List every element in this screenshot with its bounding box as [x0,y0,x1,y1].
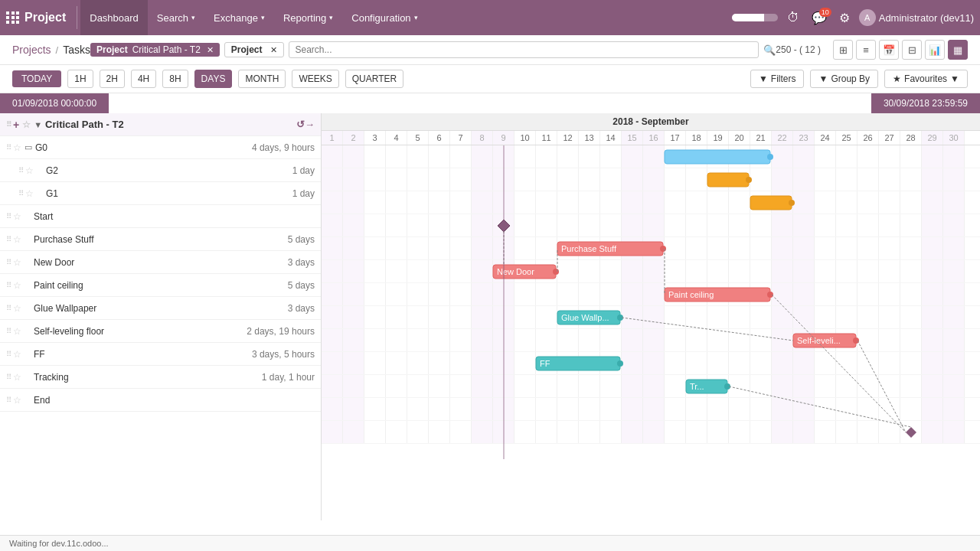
drag-handle-icon[interactable]: ⠿ [18,166,24,174]
star-icon[interactable]: ☆ [13,142,21,153]
star-icon[interactable]: ☆ [13,234,21,245]
star-icon[interactable]: ☆ [13,372,21,383]
gantt-row-3 [322,214,980,237]
gantt-cell-r2-d14 [600,191,622,214]
gantt-cell-r6-d27 [879,283,900,305]
favourites-dropdown[interactable]: ★ Favourites ▼ [884,70,968,88]
filters-dropdown[interactable]: ▼ Filters [750,70,805,88]
search-submit-icon[interactable]: 🔍 [763,44,776,56]
period-weeks[interactable]: WEEKS [292,70,338,88]
gantt-row-7 [322,306,980,329]
menu-dashboard[interactable]: Dashboard [80,0,148,35]
gantt-cell-r2-d24 [815,191,836,214]
drag-handle-icon[interactable]: ⠿ [6,373,11,381]
period-1h[interactable]: 1H [67,70,93,88]
menu-exchange[interactable]: Exchange ▾ [204,0,274,35]
star-icon[interactable]: ☆ [13,211,21,222]
gantt-cell-r0-d26 [858,145,879,168]
drag-handle-icon[interactable]: ⠿ [6,281,11,289]
gantt-cell-r6-d12 [557,283,579,305]
today-button[interactable]: TODAY [12,70,61,87]
task-name-new-door: New Door [34,257,288,268]
drag-handle-icon[interactable]: ⠿ [6,235,11,243]
task-group-header: ⠿ + ☆ ▼ Critical Path - T2 ↺ → [0,113,321,136]
gantt-view-btn[interactable]: ▦ [948,40,968,60]
star-icon[interactable]: ☆ [13,257,21,268]
gantt-row-2 [322,191,980,214]
gantt-cell-r7-d16 [643,306,665,328]
menu-reporting[interactable]: Reporting ▾ [274,0,342,35]
gantt-cell-r8-d9 [493,329,514,351]
expand-group-icon[interactable]: ▼ [34,120,42,129]
gantt-cell-r10-d26 [858,375,879,397]
star-icon[interactable]: ☆ [13,280,21,291]
gantt-cell-r8-d6 [429,329,450,351]
refresh-icon[interactable]: ↺ [296,119,305,130]
task-row-ff: ⠿ ☆ FF 3 days, 5 hours [0,343,321,366]
gantt-cell-r0-d24 [815,145,836,168]
star-icon[interactable]: ☆ [22,119,31,130]
period-2h[interactable]: 2H [100,70,125,88]
gantt-cell-r4-d22 [772,237,793,259]
kanban-view-btn[interactable]: ⊞ [833,40,853,60]
menu-configuration[interactable]: Configuration ▾ [342,0,426,35]
drag-handle-icon[interactable]: ⠿ [6,304,11,312]
clock-icon-btn[interactable]: ⏱ [784,11,802,24]
list-view-btn[interactable]: ≡ [856,40,876,60]
drag-handle-icon[interactable]: ⠿ [6,120,11,129]
gantt-cell-r6-d9 [493,283,514,305]
drag-handle-icon[interactable]: ⠿ [6,212,11,220]
remove-filter-project[interactable]: ✕ [270,45,277,55]
gantt-cell-r7-d5 [407,306,429,328]
star-icon[interactable]: ☆ [13,349,21,360]
star-icon[interactable]: ☆ [13,303,21,314]
breadcrumb-parent-link[interactable]: Projects [12,44,51,56]
period-month[interactable]: MONTH [238,70,286,88]
gantt-day-13: 13 [579,131,600,145]
gantt-cell-r4-d17 [665,237,686,259]
open-arrow-icon[interactable]: → [305,119,315,130]
app-logo[interactable]: Project [6,11,66,24]
drag-handle-icon[interactable]: ⠿ [6,143,11,152]
menu-search[interactable]: Search ▾ [148,0,204,35]
star-icon[interactable]: ☆ [13,326,21,337]
chart-view-btn[interactable]: 📊 [925,40,945,60]
task-duration-purchase-stuff: 5 days [288,234,315,245]
settings-icon-btn[interactable]: ⚙ [836,11,853,25]
gantt-cell-r3-d13 [579,214,600,236]
period-quarter[interactable]: QUARTER [345,70,403,88]
drag-handle-icon[interactable]: ⠿ [6,350,11,358]
gantt-cell-r11-d8 [472,398,493,420]
gantt-cell-r8-d18 [686,329,707,351]
drag-handle-icon[interactable]: ⠿ [18,189,24,197]
gantt-cell-r1-d15 [622,168,643,191]
drag-handle-icon[interactable]: ⠿ [6,396,11,404]
drag-handle-icon[interactable]: ⠿ [6,258,11,266]
drag-handle-icon[interactable]: ⠿ [6,327,11,335]
remove-filter-critical[interactable]: ✕ [207,45,214,55]
period-4h[interactable]: 4H [131,70,156,88]
gantt-cell-r1-d22 [772,168,793,191]
calendar-view-btn[interactable]: 📅 [879,40,899,60]
gantt-chart[interactable]: 2018 - September 12345678910111213141516… [322,113,980,520]
gantt-cell-r10-d14 [600,375,622,397]
star-icon[interactable]: ☆ [25,165,34,176]
period-days[interactable]: DAYS [194,70,233,88]
gantt-cell-r11-d30 [943,398,965,420]
expand-task-icon[interactable]: ▭ [24,142,32,152]
add-task-icon[interactable]: + [13,119,19,131]
group-by-dropdown[interactable]: ▼ Group By [810,70,878,88]
progress-bar [732,14,764,21]
gantt-cell-r12-d15 [622,421,643,443]
star-icon[interactable]: ☆ [25,188,34,199]
gantt-cell-r8-d22 [772,329,793,351]
period-8h[interactable]: 8H [162,70,188,88]
search-input[interactable] [289,41,760,58]
grid-icon[interactable] [6,11,20,24]
notification-icon-btn[interactable]: 💬 10 [808,11,830,25]
gantt-cell-r10-d24 [815,375,836,397]
user-menu[interactable]: A Administrator (dev11) [859,9,974,26]
gantt-cell-r5-d13 [579,260,600,282]
grid-view-btn[interactable]: ⊟ [902,40,922,60]
star-icon[interactable]: ☆ [13,395,21,406]
